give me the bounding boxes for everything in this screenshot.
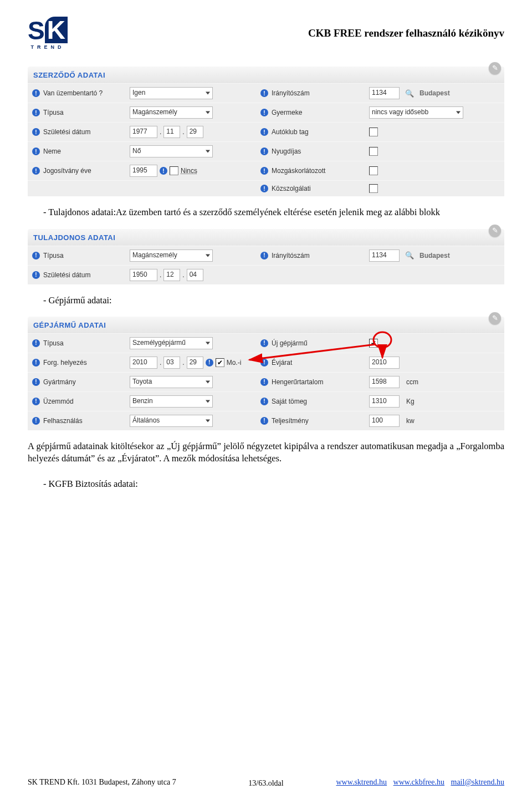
input-dob-year[interactable]: 1977 xyxy=(130,126,157,138)
city-label: Budapest xyxy=(420,252,450,259)
paragraph-tulajdonos: - Tulajdonos adatai:Az üzemben tartó és … xyxy=(28,206,504,218)
row-gj-tipusa: !Típusa Személygépjármű !Új gépjármű ✔ xyxy=(28,333,504,353)
label-teljesitmeny: Teljesítmény xyxy=(272,417,309,425)
select-gyartmany[interactable]: Toyota xyxy=(130,376,213,388)
checkbox-mozgaskorlatozott[interactable] xyxy=(369,166,378,175)
input-evjarat[interactable]: 2010 xyxy=(369,357,400,369)
label-sajat-tomeg: Saját tömeg xyxy=(272,398,307,405)
edit-icon[interactable]: ✎ xyxy=(489,225,501,237)
paragraph-gepjarmu-expl: A gépjármű adatainak kitöltésekor az „Új… xyxy=(28,440,504,465)
label-forg-helyezes: Forg. helyezés xyxy=(43,359,87,367)
mandatory-icon: ! xyxy=(260,252,268,259)
city-label: Budapest xyxy=(420,89,450,97)
brand-logo-s: S xyxy=(28,18,44,43)
input-tul-dob-year[interactable]: 1950 xyxy=(130,269,157,281)
unit-kw: kw xyxy=(406,417,415,425)
row-tul-tipusa: !Típusa Magánszemély !Irányítószám 1134 … xyxy=(28,246,504,265)
edit-icon[interactable]: ✎ xyxy=(489,62,501,74)
label-hengerurtartalom: Hengerűrtartalom xyxy=(272,378,323,386)
label-tipusa: Típusa xyxy=(43,109,64,116)
select-van-uzembentarto[interactable]: Igen xyxy=(130,87,213,99)
input-fh-day[interactable]: 29 xyxy=(187,357,203,369)
brand-logo-top: S K xyxy=(28,17,68,43)
mandatory-icon: ! xyxy=(32,252,40,259)
mandatory-icon: ! xyxy=(260,89,268,97)
mandatory-icon: ! xyxy=(260,378,268,386)
brand-logo: S K TREND xyxy=(28,17,68,50)
row-felhasznalas: !Felhasználás Általános !Teljesítmény 10… xyxy=(28,411,504,430)
search-icon[interactable]: 🔍 xyxy=(405,89,414,98)
paragraph-gepjarmu-heading: - Gépjármű adatai: xyxy=(28,294,504,307)
checkbox-mo-i[interactable]: ✔ xyxy=(216,358,224,367)
input-tomeg[interactable]: 1310 xyxy=(369,395,400,408)
label-szuletesi-datum: Születési dátum xyxy=(43,271,90,279)
row-kozszolgalati: !Közszolgálati xyxy=(28,180,504,196)
label-jogositvany-eve: Jogosítvány éve xyxy=(43,167,91,175)
checkbox-nyugdijas[interactable] xyxy=(369,147,378,156)
mandatory-icon: ! xyxy=(32,339,40,347)
mandatory-icon: ! xyxy=(260,128,268,136)
label-mo-i: Mo.-i xyxy=(227,359,242,367)
mandatory-icon: ! xyxy=(32,167,40,175)
select-neme[interactable]: Nő xyxy=(130,145,213,157)
input-henger[interactable]: 1598 xyxy=(369,376,400,388)
label-tipusa: Típusa xyxy=(43,252,64,259)
select-gj-tipusa[interactable]: Személygépjármű xyxy=(130,337,213,349)
input-fh-year[interactable]: 2010 xyxy=(130,357,157,369)
input-tul-dob-day[interactable]: 04 xyxy=(187,269,203,281)
label-uj-gepjarmu: Új gépjármű xyxy=(272,339,308,347)
brand-sublabel: TREND xyxy=(30,44,64,50)
input-tul-dob-month[interactable]: 12 xyxy=(163,269,180,281)
select-tul-tipusa[interactable]: Magánszemély xyxy=(130,250,213,262)
row-szuletesi-datum: !Születési dátum 1977. 11. 29 !Autóklub … xyxy=(28,122,504,141)
input-tul-iranyitoszam[interactable]: 1134 xyxy=(369,250,400,262)
mandatory-icon: ! xyxy=(260,147,268,155)
label-mozgaskorlatozott: Mozgáskorlátozott xyxy=(272,167,325,175)
mandatory-icon: ! xyxy=(32,147,40,155)
select-uzemmod[interactable]: Benzin xyxy=(130,395,213,408)
input-dob-day[interactable]: 29 xyxy=(187,126,203,138)
mandatory-icon: ! xyxy=(32,378,40,386)
unit-ccm: ccm xyxy=(406,378,418,386)
input-teljesitmeny[interactable]: 100 xyxy=(369,415,400,427)
select-felhasznalas[interactable]: Általános xyxy=(130,415,213,427)
label-kozszolgalati: Közszolgálati xyxy=(272,185,311,192)
mandatory-icon: ! xyxy=(32,89,40,97)
label-nincs: Nincs xyxy=(181,167,197,175)
select-tipusa[interactable]: Magánszemély xyxy=(130,106,213,119)
label-uzemmod: Üzemmód xyxy=(43,398,74,405)
checkbox-kozszolgalati[interactable] xyxy=(369,184,378,193)
select-gyermeke[interactable]: nincs vagy idősebb xyxy=(369,106,463,119)
label-felhasznalas: Felhasználás xyxy=(43,417,83,425)
section-bar-tulajdonos: TULAJDONOS ADATAI ✎ xyxy=(28,229,504,246)
mandatory-icon: ! xyxy=(206,359,213,367)
checkbox-nincs-jogositvany[interactable] xyxy=(170,166,178,175)
page-footer: SK TREND Kft. 1031 Budapest, Záhony utca… xyxy=(28,778,504,787)
label-nyugdijas: Nyugdíjas xyxy=(272,147,301,155)
mandatory-icon: ! xyxy=(260,109,268,116)
section-bar-gepjarmu: GÉPJÁRMŰ ADATAI ✎ xyxy=(28,317,504,333)
checkbox-autoklub[interactable] xyxy=(369,128,378,136)
mandatory-icon: ! xyxy=(32,271,40,279)
row-van-uzembentarto: !Van üzembentartó ? Igen !Irányítószám 1… xyxy=(28,83,504,103)
input-dob-month[interactable]: 11 xyxy=(163,126,180,138)
mandatory-icon: ! xyxy=(32,359,40,367)
row-forg-helyezes: !Forg. helyezés 2010. 03. 29 ! ✔ Mo.-i !… xyxy=(28,353,504,372)
label-gyermeke: Gyermeke xyxy=(272,109,302,116)
checkbox-uj-gepjarmu[interactable]: ✔ xyxy=(369,339,378,348)
page-header: S K TREND CKB FREE rendszer felhasználó … xyxy=(28,17,504,50)
mandatory-icon: ! xyxy=(32,128,40,136)
edit-icon[interactable]: ✎ xyxy=(489,312,501,324)
mandatory-icon: ! xyxy=(160,167,167,175)
mandatory-icon: ! xyxy=(260,185,268,192)
search-icon[interactable]: 🔍 xyxy=(405,251,414,259)
input-iranyitoszam[interactable]: 1134 xyxy=(369,87,400,99)
input-fh-month[interactable]: 03 xyxy=(163,357,180,369)
brand-logo-k: K xyxy=(45,17,68,43)
mandatory-icon: ! xyxy=(260,167,268,175)
mandatory-icon: ! xyxy=(260,359,268,367)
paragraph-kgfb: - KGFB Biztosítás adatai: xyxy=(28,478,504,490)
input-jogositvany-ev[interactable]: 1995 xyxy=(130,165,157,177)
row-jogositvany: !Jogosítvány éve 1995 ! Nincs !Mozgáskor… xyxy=(28,161,504,180)
mandatory-icon: ! xyxy=(32,417,40,425)
